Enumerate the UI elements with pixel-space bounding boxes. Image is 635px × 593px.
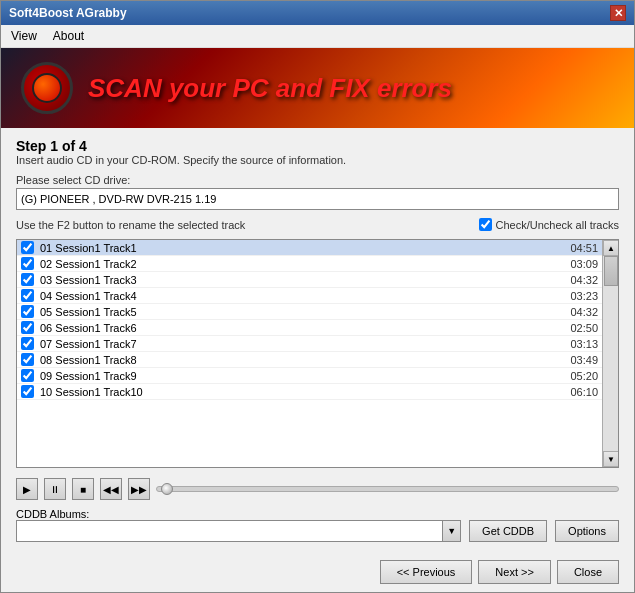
scroll-track [603, 256, 618, 451]
track-name: 06 Session1 Track6 [40, 322, 563, 334]
track-name: 10 Session1 Track10 [40, 386, 563, 398]
stop-button[interactable]: ■ [72, 478, 94, 500]
track-checkbox[interactable] [21, 337, 34, 350]
logo-inner [32, 73, 62, 103]
track-name: 07 Session1 Track7 [40, 338, 563, 350]
banner: SCAN your PC and FIX errors [1, 48, 634, 128]
track-duration: 04:32 [563, 274, 598, 286]
get-cddb-button[interactable]: Get CDDB [469, 520, 547, 542]
step-title: Step 1 of 4 [16, 138, 619, 154]
cddb-dropdown-button[interactable]: ▼ [443, 520, 461, 542]
track-checkbox[interactable] [21, 241, 34, 254]
forward-button[interactable]: ▶▶ [128, 478, 150, 500]
rewind-button[interactable]: ◀◀ [100, 478, 122, 500]
main-content: Step 1 of 4 Insert audio CD in your CD-R… [1, 128, 634, 552]
close-button[interactable]: Close [557, 560, 619, 584]
track-duration: 05:20 [563, 370, 598, 382]
track-duration: 02:50 [563, 322, 598, 334]
scroll-thumb[interactable] [604, 256, 618, 286]
track-row[interactable]: 02 Session1 Track203:09 [17, 256, 602, 272]
track-name: 08 Session1 Track8 [40, 354, 563, 366]
cd-drive-dropdown[interactable]: (G) PIONEER , DVD-RW DVR-215 1.19 [16, 188, 619, 210]
track-checkbox[interactable] [21, 321, 34, 334]
track-row[interactable]: 08 Session1 Track803:49 [17, 352, 602, 368]
track-name: 04 Session1 Track4 [40, 290, 563, 302]
check-all-label: Check/Uncheck all tracks [496, 219, 620, 231]
check-all-container[interactable]: Check/Uncheck all tracks [479, 218, 620, 231]
previous-button[interactable]: << Previous [380, 560, 473, 584]
track-hint: Use the F2 button to rename the selected… [16, 219, 245, 231]
scroll-up-button[interactable]: ▲ [603, 240, 619, 256]
track-row[interactable]: 04 Session1 Track403:23 [17, 288, 602, 304]
track-list-container: 01 Session1 Track104:5102 Session1 Track… [16, 239, 619, 468]
track-checkbox[interactable] [21, 369, 34, 382]
track-row[interactable]: 09 Session1 Track905:20 [17, 368, 602, 384]
pause-button[interactable]: ⏸ [44, 478, 66, 500]
scrollbar[interactable]: ▲ ▼ [602, 240, 618, 467]
cd-drive-label: Please select CD drive: [16, 174, 619, 186]
cd-drive-select: (G) PIONEER , DVD-RW DVR-215 1.19 [16, 188, 619, 210]
track-name: 01 Session1 Track1 [40, 242, 563, 254]
track-list-header: Use the F2 button to rename the selected… [16, 218, 619, 231]
progress-bar[interactable] [156, 486, 619, 492]
options-button[interactable]: Options [555, 520, 619, 542]
check-all-checkbox[interactable] [479, 218, 492, 231]
track-row[interactable]: 03 Session1 Track304:32 [17, 272, 602, 288]
window-title: Soft4Boost AGrabby [9, 6, 127, 20]
track-checkbox[interactable] [21, 257, 34, 270]
track-checkbox[interactable] [21, 385, 34, 398]
track-row[interactable]: 05 Session1 Track504:32 [17, 304, 602, 320]
cddb-section: CDDB Albums: ▼ Get CDDB Options [16, 508, 619, 542]
menu-bar: View About [1, 25, 634, 48]
track-duration: 06:10 [563, 386, 598, 398]
scroll-down-button[interactable]: ▼ [603, 451, 619, 467]
track-duration: 04:51 [563, 242, 598, 254]
main-window: Soft4Boost AGrabby ✕ View About SCAN you… [0, 0, 635, 593]
track-duration: 03:13 [563, 338, 598, 350]
track-list: 01 Session1 Track104:5102 Session1 Track… [17, 240, 602, 467]
step-info: Step 1 of 4 Insert audio CD in your CD-R… [16, 138, 619, 166]
cd-drive-section: Please select CD drive: (G) PIONEER , DV… [16, 174, 619, 210]
menu-view[interactable]: View [5, 27, 43, 45]
track-name: 03 Session1 Track3 [40, 274, 563, 286]
logo [21, 62, 73, 114]
footer: << Previous Next >> Close [1, 552, 634, 592]
track-duration: 04:32 [563, 306, 598, 318]
cddb-row: ▼ Get CDDB Options [16, 520, 619, 542]
next-button[interactable]: Next >> [478, 560, 551, 584]
play-button[interactable]: ▶ [16, 478, 38, 500]
playback-controls: ▶ ⏸ ■ ◀◀ ▶▶ [16, 478, 619, 500]
track-duration: 03:23 [563, 290, 598, 302]
title-bar: Soft4Boost AGrabby ✕ [1, 1, 634, 25]
track-row[interactable]: 06 Session1 Track602:50 [17, 320, 602, 336]
track-checkbox[interactable] [21, 289, 34, 302]
track-name: 02 Session1 Track2 [40, 258, 563, 270]
track-row[interactable]: 10 Session1 Track1006:10 [17, 384, 602, 400]
track-checkbox[interactable] [21, 353, 34, 366]
menu-about[interactable]: About [47, 27, 90, 45]
cddb-input-container: ▼ [16, 520, 461, 542]
progress-knob[interactable] [161, 483, 173, 495]
close-window-button[interactable]: ✕ [610, 5, 626, 21]
cddb-label: CDDB Albums: [16, 508, 619, 520]
track-checkbox[interactable] [21, 305, 34, 318]
track-checkbox[interactable] [21, 273, 34, 286]
track-duration: 03:09 [563, 258, 598, 270]
track-name: 05 Session1 Track5 [40, 306, 563, 318]
cddb-input[interactable] [16, 520, 443, 542]
track-name: 09 Session1 Track9 [40, 370, 563, 382]
track-duration: 03:49 [563, 354, 598, 366]
step-description: Insert audio CD in your CD-ROM. Specify … [16, 154, 619, 166]
track-row[interactable]: 01 Session1 Track104:51 [17, 240, 602, 256]
banner-text: SCAN your PC and FIX errors [88, 73, 452, 104]
track-row[interactable]: 07 Session1 Track703:13 [17, 336, 602, 352]
